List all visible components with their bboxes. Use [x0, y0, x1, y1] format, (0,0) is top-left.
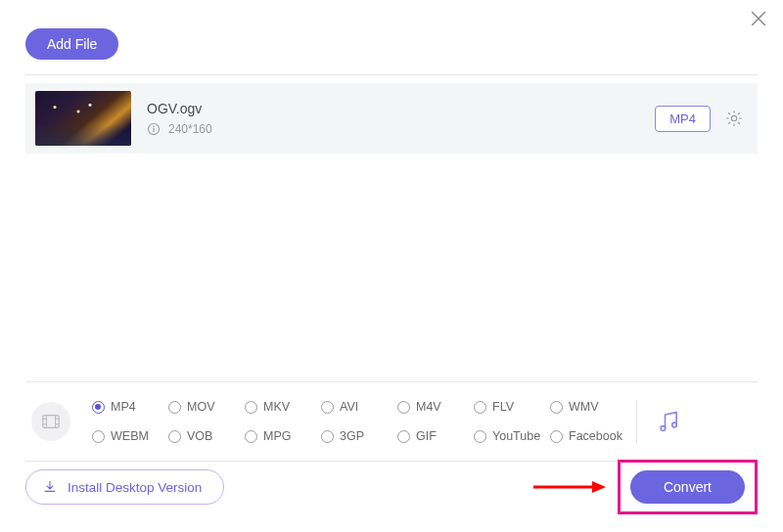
- radio-icon: [397, 430, 410, 443]
- format-radio-vob[interactable]: VOB: [168, 429, 245, 443]
- add-file-button[interactable]: Add File: [25, 28, 118, 60]
- file-meta: OGV.ogv 240*160: [147, 101, 655, 136]
- file-name: OGV.ogv: [147, 101, 655, 116]
- annotation-arrow-icon: [531, 478, 606, 496]
- format-label: 3GP: [340, 429, 364, 443]
- format-label: WMV: [569, 400, 599, 414]
- format-label: GIF: [416, 429, 437, 443]
- install-desktop-button[interactable]: Install Desktop Version: [25, 469, 224, 505]
- separator: [636, 400, 637, 443]
- format-label: VOB: [187, 429, 212, 443]
- install-desktop-label: Install Desktop Version: [68, 480, 202, 495]
- radio-icon: [321, 401, 334, 414]
- radio-icon: [397, 401, 410, 414]
- video-category-icon[interactable]: [31, 402, 70, 441]
- format-radio-facebook[interactable]: Facebook: [550, 429, 626, 443]
- format-radio-mpg[interactable]: MPG: [245, 429, 321, 443]
- format-radio-mov[interactable]: MOV: [168, 400, 245, 414]
- format-radio-m4v[interactable]: M4V: [397, 400, 474, 414]
- svg-marker-14: [592, 481, 606, 493]
- format-radio-flv[interactable]: FLV: [474, 400, 550, 414]
- radio-icon: [474, 430, 486, 443]
- video-thumbnail[interactable]: [35, 91, 131, 146]
- radio-icon: [92, 401, 105, 414]
- format-label: M4V: [416, 400, 441, 414]
- divider: [25, 74, 758, 75]
- radio-icon: [92, 430, 105, 443]
- format-radio-youtube[interactable]: YouTube: [474, 429, 550, 443]
- format-label: MKV: [263, 400, 290, 414]
- info-icon: [147, 122, 161, 136]
- svg-rect-4: [43, 416, 60, 428]
- svg-point-3: [731, 115, 736, 120]
- format-radio-wmv[interactable]: WMV: [550, 400, 626, 414]
- format-label: FLV: [492, 400, 514, 414]
- radio-icon: [474, 401, 486, 414]
- svg-rect-2: [153, 128, 154, 132]
- format-radio-3gp[interactable]: 3GP: [321, 429, 397, 443]
- format-radio-gif[interactable]: GIF: [397, 429, 474, 443]
- convert-button[interactable]: Convert: [630, 470, 745, 504]
- close-icon[interactable]: [748, 8, 769, 29]
- file-row: OGV.ogv 240*160 MP4: [25, 83, 758, 154]
- radio-icon: [550, 401, 563, 414]
- svg-point-12: [672, 422, 677, 427]
- format-label: MP4: [111, 400, 136, 414]
- output-format-badge[interactable]: MP4: [655, 106, 711, 132]
- radio-icon: [550, 430, 563, 443]
- annotation-highlight: Convert: [618, 460, 758, 514]
- audio-category-icon[interactable]: [655, 408, 682, 435]
- download-icon: [42, 479, 58, 495]
- format-radio-avi[interactable]: AVI: [321, 400, 397, 414]
- gear-icon[interactable]: [724, 109, 744, 128]
- radio-icon: [245, 401, 257, 414]
- format-radio-mp4[interactable]: MP4: [92, 400, 168, 414]
- format-label: MPG: [263, 429, 291, 443]
- footer-bar: Install Desktop Version Convert: [25, 460, 758, 514]
- radio-icon: [321, 430, 334, 443]
- format-label: AVI: [340, 400, 358, 414]
- format-label: YouTube: [492, 429, 540, 443]
- radio-icon: [168, 430, 181, 443]
- format-radio-webm[interactable]: WEBM: [92, 429, 168, 443]
- svg-point-1: [153, 126, 155, 128]
- format-label: Facebook: [569, 429, 622, 443]
- radio-icon: [168, 401, 181, 414]
- file-resolution: 240*160: [168, 122, 212, 136]
- radio-icon: [245, 430, 257, 443]
- format-radio-mkv[interactable]: MKV: [245, 400, 321, 414]
- format-panel: MP4MOVMKVAVIM4VFLVWMVWEBMVOBMPG3GPGIFYou…: [25, 381, 758, 462]
- svg-point-11: [661, 426, 666, 431]
- format-label: MOV: [187, 400, 214, 414]
- format-label: WEBM: [111, 429, 149, 443]
